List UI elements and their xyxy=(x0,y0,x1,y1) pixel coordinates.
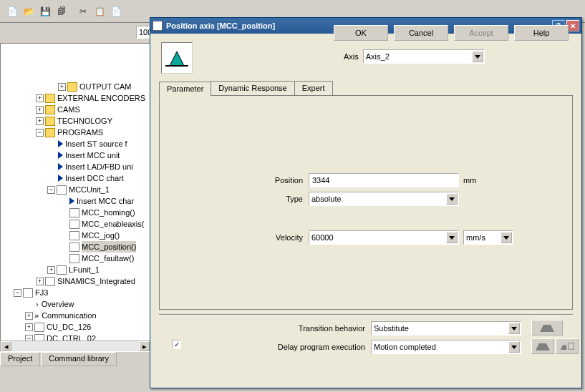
type-dropdown[interactable]: absolute xyxy=(309,192,459,206)
position-axis-dialog: Position axis [MCC_position] ? ✕ Axis Ax… xyxy=(150,17,582,388)
insert-icon xyxy=(58,140,63,147)
tree-node[interactable]: MCC_jog() xyxy=(2,230,148,241)
tree-node[interactable]: +LFunit_1 xyxy=(2,264,148,275)
tree-node[interactable]: MCC_faultaw() xyxy=(2,253,148,264)
ok-button[interactable]: OK xyxy=(334,25,388,41)
tree-node[interactable]: Insert LAD/FBD uni xyxy=(2,161,148,172)
scroll-right-icon[interactable]: ▸ xyxy=(139,341,150,351)
toolbar-button[interactable]: 📋 xyxy=(92,4,107,19)
velocity-label: Velocity xyxy=(253,233,303,242)
position-axis-icon xyxy=(161,42,193,74)
tab-dynamic-response[interactable]: Dynamic Response xyxy=(211,81,294,96)
accept-button[interactable]: Accept xyxy=(454,25,508,41)
toolbar-button[interactable]: ✂ xyxy=(75,4,91,19)
insert-icon xyxy=(58,152,63,159)
insert-icon xyxy=(69,197,74,205)
velocity-unit-dropdown[interactable]: mm/s xyxy=(463,230,513,245)
toolbar-button[interactable]: 📂 xyxy=(21,4,37,19)
chevron-down-icon[interactable] xyxy=(508,323,520,334)
transition-label: Transition behavior xyxy=(265,324,365,333)
scroll-left-icon[interactable]: ◂ xyxy=(1,341,11,351)
toolbar-button[interactable]: 💾 xyxy=(37,4,53,19)
tree-hscrollbar[interactable]: ◂ ▸ xyxy=(0,340,150,352)
chevron-down-icon[interactable] xyxy=(508,341,520,353)
toolbar-button[interactable]: 🗐 xyxy=(54,4,69,19)
tree-node[interactable]: +OUTPUT CAM xyxy=(2,81,148,92)
tree-node[interactable]: ›Overview xyxy=(2,298,148,310)
divider xyxy=(159,314,573,315)
insert-icon xyxy=(58,163,63,170)
chevron-down-icon[interactable] xyxy=(501,232,512,243)
tree-node[interactable]: +EXTERNAL ENCODERS xyxy=(2,92,148,104)
tree-node[interactable]: MCC_enableaxis( xyxy=(2,218,148,230)
tree-node[interactable]: +TECHNOLOGY xyxy=(2,115,148,127)
tree-node[interactable]: Insert MCC char xyxy=(2,195,148,207)
profile-button-3[interactable] xyxy=(556,338,579,354)
bottom-tabs: Project Command library xyxy=(0,352,117,366)
axis-label: Axis xyxy=(344,52,359,61)
tree-node[interactable]: +»Communication xyxy=(2,310,148,321)
insert-icon xyxy=(58,175,63,182)
tree-node[interactable]: +SINAMICS_Integrated xyxy=(2,275,148,287)
project-tree-panel: +OUTPUT CAM +EXTERNAL ENCODERS +CAMS +TE… xyxy=(0,43,150,351)
cancel-button[interactable]: Cancel xyxy=(394,25,448,41)
chevron-down-icon[interactable] xyxy=(446,193,458,205)
tree-node[interactable]: Insert ST source f xyxy=(2,138,148,150)
tree-node[interactable]: −PROGRAMS xyxy=(2,127,148,138)
position-label: Position xyxy=(253,176,303,185)
tree-node[interactable]: +CU_DC_126 xyxy=(2,321,148,333)
delay-label: Delay program execution xyxy=(265,343,365,351)
tree-node[interactable]: MCC_homing() xyxy=(2,207,148,218)
svg-marker-0 xyxy=(170,52,184,66)
tab-parameter[interactable]: Parameter xyxy=(159,82,211,97)
svg-marker-3 xyxy=(536,343,550,351)
tree-node[interactable]: −FJ3 xyxy=(2,287,148,298)
svg-marker-2 xyxy=(540,325,554,332)
velocity-dropdown[interactable]: 60000 xyxy=(309,230,459,245)
transition-dropdown[interactable]: Substitute xyxy=(371,321,521,335)
chevron-down-icon[interactable] xyxy=(446,232,458,243)
toolbar-button[interactable]: 📄 xyxy=(108,4,124,19)
tree-node[interactable]: Insert DCC chart xyxy=(2,172,148,184)
parameter-panel: Position mm Type absolute Velocity 60000… xyxy=(159,95,573,310)
toolbar-button[interactable]: 📄 xyxy=(4,4,20,19)
type-label: Type xyxy=(253,195,303,203)
profile-button-1[interactable] xyxy=(531,320,563,335)
delay-dropdown[interactable]: Motion completed xyxy=(371,340,521,354)
tab-expert[interactable]: Expert xyxy=(294,81,333,96)
position-unit: mm xyxy=(463,176,476,185)
svg-marker-4 xyxy=(561,345,566,350)
tab-command-library[interactable]: Command library xyxy=(41,352,117,366)
delay-checkbox[interactable]: ✓ xyxy=(172,340,181,349)
position-input[interactable] xyxy=(309,173,459,187)
tree-node-selected[interactable]: MCC_position() xyxy=(2,241,148,253)
tab-project[interactable]: Project xyxy=(0,352,40,366)
svg-rect-5 xyxy=(569,343,574,349)
axis-dropdown[interactable]: Axis_2 xyxy=(363,49,485,64)
profile-button-2[interactable] xyxy=(531,338,554,354)
help-button[interactable]: Help xyxy=(514,25,569,41)
tree-node[interactable]: Insert MCC unit xyxy=(2,150,148,161)
tree-node[interactable]: +CAMS xyxy=(2,104,148,115)
chevron-down-icon[interactable] xyxy=(472,51,483,62)
tree-node[interactable]: −MCCUnit_1 xyxy=(2,184,148,195)
